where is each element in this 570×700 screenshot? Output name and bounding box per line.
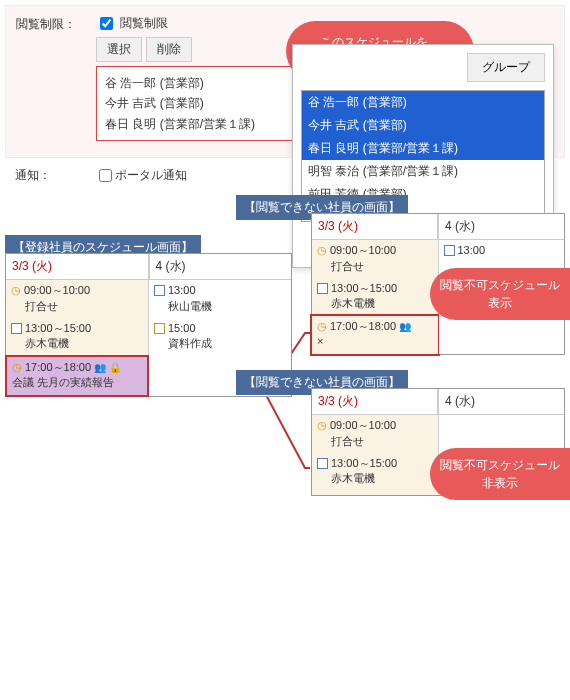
schedule-item[interactable]: 13:00: [439, 240, 565, 262]
day-header: 4 (水): [438, 214, 564, 240]
day-column-tue: ◷09:00～10:00 打合せ 13:00～15:00 赤木電機 ◷17:00…: [6, 280, 149, 395]
day-column-tue: ◷09:00～10:00 打合せ 13:00～15:00 赤木電機 ◷17:00…: [312, 240, 439, 353]
schedule-item[interactable]: ◷09:00～10:00 打合せ: [312, 240, 438, 278]
schedule-item[interactable]: 15:00 資料作成: [149, 318, 291, 356]
portal-notify-checkbox[interactable]: [99, 169, 112, 182]
restriction-label: 閲覧制限：: [16, 14, 96, 33]
clock-icon: ◷: [317, 243, 327, 258]
callout-shown: 閲覧不可スケジュール 表示: [430, 268, 570, 320]
schedule-comparison: 【登録社員のスケジュール画面】 3/3 (火) 4 (水) ◷09:00～10:…: [5, 213, 565, 543]
select-button[interactable]: 選択: [96, 37, 142, 62]
schedule-item[interactable]: 13:00～15:00 赤木電機: [312, 278, 438, 316]
clock-icon: ◷: [11, 283, 21, 298]
dropdown-option[interactable]: 今井 吉武 (営業部): [302, 114, 544, 137]
callout-hidden: 閲覧不可スケジュール 非表示: [430, 448, 570, 500]
group-button[interactable]: グループ: [467, 53, 545, 82]
category-icon: [317, 283, 328, 294]
dropdown-option[interactable]: 明智 泰治 (営業部/営業１課): [302, 160, 544, 183]
category-icon: [154, 323, 165, 334]
member-item: 谷 浩一郎 (営業部): [105, 73, 285, 93]
shared-icon: [399, 319, 411, 334]
member-item: 春日 良明 (営業部/営業１課): [105, 114, 285, 134]
schedule-item-restricted[interactable]: ◷17:00～18:00 会議 先月の実績報告: [7, 357, 147, 395]
schedule-item[interactable]: 13:00～15:00 赤木電機: [6, 318, 148, 356]
lock-icon: [109, 360, 121, 375]
clock-icon: ◷: [317, 418, 327, 433]
day-column-tue: ◷09:00～10:00 打合せ 13:00～15:00 赤木電機: [312, 415, 439, 495]
day-header: 4 (水): [438, 389, 564, 415]
day-header: 3/3 (火): [312, 214, 438, 240]
day-header: 3/3 (火): [6, 254, 149, 280]
category-icon: [11, 323, 22, 334]
selected-members-list: 谷 浩一郎 (営業部) 今井 吉武 (営業部) 春日 良明 (営業部/営業１課): [96, 66, 294, 141]
delete-button[interactable]: 削除: [146, 37, 192, 62]
restriction-checkbox[interactable]: [100, 17, 113, 30]
category-icon: [317, 458, 328, 469]
restriction-section: 閲覧制限： 閲覧制限 選択 削除 谷 浩一郎 (営業部) 今井 吉武 (営業部)…: [5, 5, 565, 158]
portal-notify-label: ポータル通知: [115, 167, 187, 184]
dropdown-option[interactable]: 谷 浩一郎 (営業部): [302, 91, 544, 114]
schedule-item[interactable]: 13:00～15:00 赤木電機: [312, 453, 438, 491]
schedule-item[interactable]: ◷09:00～10:00 打合せ: [6, 280, 148, 318]
schedule-item[interactable]: ◷09:00～10:00 打合せ: [312, 415, 438, 453]
member-item: 今井 吉武 (営業部): [105, 93, 285, 113]
clock-icon: ◷: [317, 319, 327, 334]
day-header: 4 (水): [149, 254, 292, 280]
schedule-item[interactable]: 13:00 秋山電機: [149, 280, 291, 318]
restriction-checkbox-label: 閲覧制限: [120, 15, 168, 32]
schedule-item-hidden[interactable]: ◷17:00～18:00 ×: [312, 316, 438, 354]
dropdown-option[interactable]: 春日 良明 (営業部/営業１課): [302, 137, 544, 160]
day-header: 3/3 (火): [312, 389, 438, 415]
notify-label: 通知：: [15, 167, 95, 184]
category-icon: [154, 285, 165, 296]
clock-icon: ◷: [12, 360, 22, 375]
category-icon: [444, 245, 455, 256]
shared-icon: [94, 360, 106, 375]
